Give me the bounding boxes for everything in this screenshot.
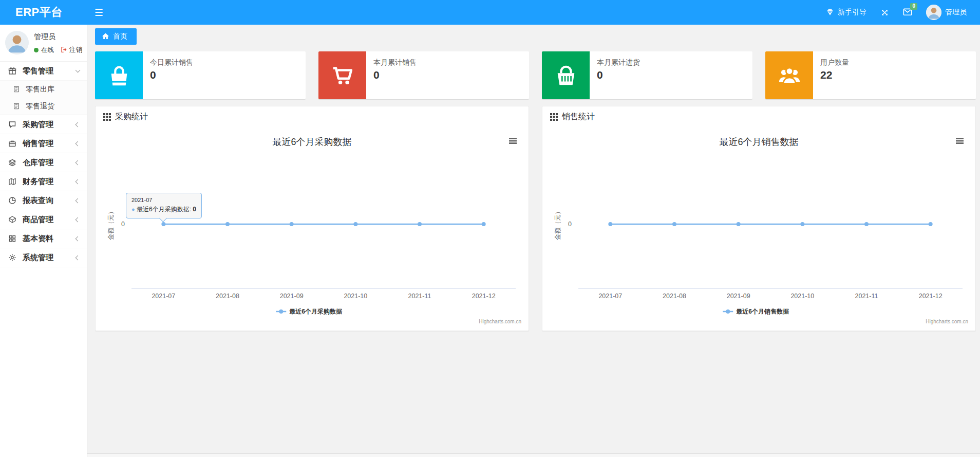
stat-value: 0 — [597, 69, 640, 81]
stat-card-today-sales[interactable]: 今日累计销售 0 — [95, 51, 306, 99]
chevron-left-icon — [76, 236, 81, 241]
briefcase-icon — [8, 139, 18, 148]
stat-value: 22 — [820, 69, 849, 81]
highcharts-credits[interactable]: Highcharts.com.cn — [926, 319, 968, 324]
map-book-icon — [8, 177, 18, 186]
file-icon — [13, 85, 22, 93]
sidebar-item-label: 销售管理 — [23, 139, 53, 149]
sidebar-item-retail-return[interactable]: 零售退货 — [0, 98, 87, 115]
svg-text:2021-10: 2021-10 — [344, 293, 367, 300]
sidebar-item-label: 基本资料 — [23, 234, 53, 244]
chevron-left-icon — [76, 141, 81, 146]
top-navbar: ERP平台 ☰ 新手引导 0 管理员 — [0, 0, 980, 25]
sidebar-item-retail-outbound[interactable]: 零售出库 — [0, 81, 87, 98]
main-content: 首页 今日累计销售 0 本月累计销售 0 — [87, 25, 980, 457]
sidebar-username: 管理员 — [34, 32, 82, 42]
svg-text:最近6个月销售数据: 最近6个月销售数据 — [736, 308, 789, 315]
guide-button[interactable]: 新手引导 — [826, 8, 866, 17]
sidebar-item-label: 商品管理 — [23, 215, 53, 225]
sidebar-toggle-icon[interactable]: ☰ — [95, 8, 103, 17]
box-icon — [8, 215, 18, 224]
sidebar-item-label: 零售管理 — [23, 66, 53, 76]
fullscreen-button[interactable] — [880, 8, 889, 17]
purchase-stats-panel: 采购统计 最近6个月采购数据金额（元）02021-072021-082021-0… — [95, 106, 529, 331]
stat-title: 今日累计销售 — [150, 58, 193, 67]
chart-legend[interactable]: 最近6个月销售数据 — [723, 308, 789, 315]
svg-text:2021-09: 2021-09 — [280, 293, 304, 300]
chevron-left-icon — [76, 122, 81, 127]
sidebar-item-finance[interactable]: 财务管理 — [0, 172, 87, 191]
users-icon — [765, 51, 813, 99]
message-count-badge: 0 — [910, 3, 917, 10]
highcharts-credits[interactable]: Highcharts.com.cn — [479, 319, 521, 324]
footer-strip — [87, 453, 980, 457]
sidebar-item-sales[interactable]: 销售管理 — [0, 134, 87, 153]
purchase-line-chart: 最近6个月采购数据金额（元）02021-072021-082021-092021… — [96, 127, 529, 325]
svg-text:2021-08: 2021-08 — [216, 293, 239, 300]
chevron-left-icon — [76, 255, 81, 260]
sign-out-icon — [61, 46, 67, 54]
sidebar-item-label: 零售退货 — [26, 102, 54, 111]
tooltip-header: 2021-07 — [131, 197, 196, 203]
sidebar: 管理员 在线 注销 零售管理 — [0, 25, 87, 457]
svg-text:2021-11: 2021-11 — [408, 293, 431, 300]
sidebar-item-label: 零售出库 — [26, 85, 54, 94]
sidebar-item-warehouse[interactable]: 仓库管理 — [0, 153, 87, 172]
shopping-basket-icon — [542, 51, 590, 99]
sales-line-chart: 最近6个月销售数据金额（元）02021-072021-082021-092021… — [542, 127, 975, 325]
chevron-left-icon — [76, 179, 81, 184]
sidebar-item-basic-data[interactable]: 基本资料 — [0, 229, 87, 248]
svg-text:2021-12: 2021-12 — [919, 293, 943, 300]
tab-home-label: 首页 — [113, 32, 127, 41]
gem-icon — [826, 8, 834, 17]
sidebar-avatar — [5, 31, 29, 54]
user-avatar — [926, 5, 941, 20]
chart-context-menu-icon[interactable] — [956, 138, 964, 144]
stat-card-month-sales[interactable]: 本月累计销售 0 — [318, 51, 529, 99]
svg-text:2021-08: 2021-08 — [663, 293, 686, 300]
sidebar-item-purchase[interactable]: 采购管理 — [0, 115, 87, 134]
svg-text:2021-10: 2021-10 — [790, 293, 814, 300]
sidebar-item-label: 财务管理 — [23, 177, 53, 187]
chevron-left-icon — [76, 217, 81, 222]
chart-legend[interactable]: 最近6个月采购数据 — [276, 308, 342, 315]
sidebar-item-reports[interactable]: 报表查询 — [0, 191, 87, 210]
stat-card-month-purchase[interactable]: 本月累计进货 0 — [542, 51, 752, 99]
home-icon — [102, 32, 109, 41]
sidebar-item-label: 仓库管理 — [23, 158, 53, 168]
chart-context-menu-icon[interactable] — [509, 138, 517, 144]
stat-value: 0 — [373, 69, 417, 81]
svg-text:金额（元）: 金额（元） — [554, 208, 561, 241]
tooltip-series-label: 最近6个月采购数据 — [137, 206, 190, 213]
chevron-down-icon — [76, 68, 81, 73]
svg-text:最近6个月采购数据: 最近6个月采购数据 — [272, 137, 351, 147]
chevron-left-icon — [76, 198, 81, 203]
app-brand: ERP平台 — [0, 5, 63, 20]
tab-home[interactable]: 首页 — [95, 28, 137, 45]
series-dot-icon: ● — [131, 206, 135, 212]
sidebar-item-goods[interactable]: 商品管理 — [0, 210, 87, 229]
svg-text:2021-11: 2021-11 — [855, 293, 878, 300]
sidebar-item-label: 采购管理 — [23, 120, 53, 130]
stat-cards-row: 今日累计销售 0 本月累计销售 0 本月累计进货 0 — [95, 51, 976, 99]
stat-title: 本月累计销售 — [373, 58, 417, 67]
svg-text:金额（元）: 金额（元） — [107, 208, 115, 241]
th-grid-icon — [103, 113, 111, 121]
online-status-dot — [34, 48, 39, 52]
logout-link[interactable]: 注销 — [61, 46, 82, 54]
messages-button[interactable]: 0 — [903, 8, 912, 17]
svg-text:2021-09: 2021-09 — [727, 293, 750, 300]
chevron-left-icon — [76, 160, 81, 165]
file-icon — [13, 102, 22, 110]
stat-title: 用户数量 — [820, 58, 849, 67]
shopping-cart-icon — [318, 51, 366, 99]
sidebar-item-retail[interactable]: 零售管理 — [0, 62, 87, 81]
panel-title: 销售统计 — [562, 112, 595, 122]
pie-chart-icon — [8, 196, 18, 205]
sidebar-menu: 零售管理 零售出库 零售退货 — [0, 62, 87, 267]
chat-icon — [8, 120, 18, 129]
stat-card-user-count[interactable]: 用户数量 22 — [765, 51, 976, 99]
gear-icon — [8, 253, 18, 262]
sidebar-item-system[interactable]: 系统管理 — [0, 248, 87, 267]
user-menu[interactable]: 管理员 — [926, 5, 967, 20]
